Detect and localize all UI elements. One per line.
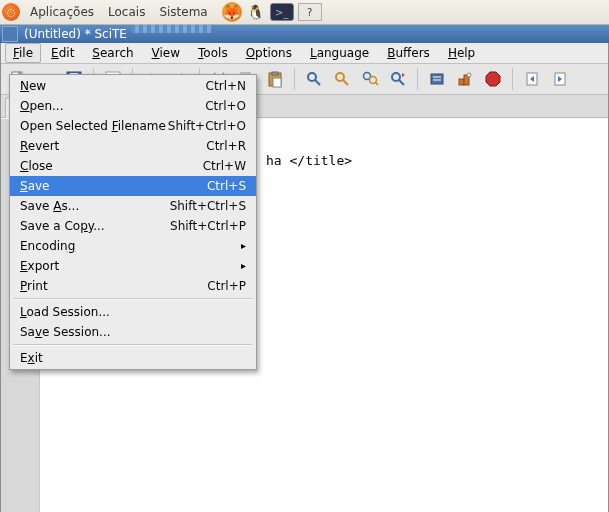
file-menu-save-session[interactable]: Save Session...	[10, 322, 256, 342]
svg-rect-25	[431, 74, 443, 84]
svg-line-24	[399, 80, 404, 85]
menu-help[interactable]: Help	[440, 43, 483, 63]
menu-item-label: New	[20, 78, 46, 94]
code-fragment: ha </title>	[266, 153, 602, 168]
build-button[interactable]	[452, 67, 478, 91]
svg-point-16	[308, 73, 316, 81]
svg-line-22	[375, 82, 378, 85]
file-menu-close[interactable]: CloseCtrl+W	[10, 156, 256, 176]
file-menu-save-as[interactable]: Save As...Shift+Ctrl+S	[10, 196, 256, 216]
toolbar-separator	[512, 68, 513, 90]
menu-tools[interactable]: Tools	[190, 43, 236, 63]
file-menu-load-session[interactable]: Load Session...	[10, 302, 256, 322]
file-menu-encoding[interactable]: Encoding▸	[10, 236, 256, 256]
menu-item-shortcut: Ctrl+N	[206, 78, 246, 94]
menu-item-shortcut: Ctrl+P	[207, 278, 246, 294]
file-menu-new[interactable]: NewCtrl+N	[10, 76, 256, 96]
menu-item-label: Print	[20, 278, 48, 294]
menu-separator	[13, 298, 253, 300]
menu-view[interactable]: View	[144, 43, 188, 63]
menu-item-label: Load Session...	[20, 304, 110, 320]
titlebar-shade	[131, 25, 211, 33]
window-title: (Untitled) * SciTE	[24, 27, 127, 41]
menu-item-shortcut: Shift+Ctrl+S	[170, 198, 246, 214]
svg-point-30	[467, 73, 471, 77]
menu-item-label: Close	[20, 158, 53, 174]
svg-line-17	[315, 80, 320, 85]
menu-item-label: Encoding	[20, 238, 75, 254]
menu-item-label: Save As...	[20, 198, 79, 214]
toolbar-separator	[417, 68, 418, 90]
file-menu-save[interactable]: SaveCtrl+S	[10, 176, 256, 196]
svg-line-19	[343, 80, 348, 85]
file-menu-dropdown[interactable]: NewCtrl+NOpen...Ctrl+OOpen Selected File…	[9, 74, 257, 370]
panel-system[interactable]: Sistema	[155, 5, 211, 19]
file-menu-exit[interactable]: Exit	[10, 348, 256, 368]
pidgin-icon[interactable]: 🐧	[246, 2, 266, 22]
prev-buffer-button[interactable]	[519, 67, 545, 91]
menu-separator	[13, 344, 253, 346]
app-icon	[2, 26, 18, 42]
stop-button[interactable]	[480, 67, 506, 91]
menu-buffers[interactable]: Buffers	[379, 43, 438, 63]
find-button[interactable]	[301, 67, 327, 91]
menu-language[interactable]: Language	[302, 43, 377, 63]
menu-item-label: Open...	[20, 98, 64, 114]
menu-item-shortcut: Ctrl+W	[203, 158, 246, 174]
compile-button[interactable]	[424, 67, 450, 91]
svg-rect-15	[273, 78, 281, 87]
find-in-files-button[interactable]	[357, 67, 383, 91]
terminal-icon[interactable]: >_	[270, 3, 294, 21]
ubuntu-logo-icon[interactable]: ◌	[2, 3, 20, 21]
file-menu-open[interactable]: Open...Ctrl+O	[10, 96, 256, 116]
firefox-icon[interactable]: 🦊	[222, 2, 242, 22]
svg-point-18	[336, 73, 344, 81]
panel-applications[interactable]: Aplicações	[26, 5, 98, 19]
menu-item-label: Open Selected Filename	[20, 118, 166, 134]
menu-options[interactable]: Options	[238, 43, 300, 63]
menu-file[interactable]: File	[5, 43, 41, 63]
menu-item-label: Exit	[20, 350, 43, 366]
menu-item-label: Save Session...	[20, 324, 111, 340]
find-next-button[interactable]	[329, 67, 355, 91]
menu-item-shortcut: Shift+Ctrl+P	[170, 218, 246, 234]
svg-point-23	[392, 73, 400, 81]
file-menu-open-selected-filename[interactable]: Open Selected FilenameShift+Ctrl+O	[10, 116, 256, 136]
paste-button[interactable]	[262, 67, 288, 91]
menu-item-label: Export	[20, 258, 59, 274]
svg-rect-14	[272, 72, 278, 75]
menu-item-label: Save a Copy...	[20, 218, 105, 234]
file-menu-export[interactable]: Export▸	[10, 256, 256, 276]
menu-item-shortcut: Ctrl+S	[207, 178, 246, 194]
menu-item-shortcut: Ctrl+O	[205, 98, 246, 114]
menubar[interactable]: FileEditSearchViewToolsOptionsLanguageBu…	[1, 43, 608, 64]
replace-button[interactable]	[385, 67, 411, 91]
file-menu-revert[interactable]: RevertCtrl+R	[10, 136, 256, 156]
menu-item-label: Save	[20, 178, 49, 194]
menu-item-shortcut: Shift+Ctrl+O	[168, 118, 246, 134]
menu-search[interactable]: Search	[84, 43, 141, 63]
help-icon[interactable]: ?	[298, 3, 322, 21]
file-menu-print[interactable]: PrintCtrl+P	[10, 276, 256, 296]
submenu-arrow-icon: ▸	[241, 258, 246, 274]
toolbar-separator	[294, 68, 295, 90]
menu-item-shortcut: Ctrl+R	[206, 138, 246, 154]
next-buffer-button[interactable]	[547, 67, 573, 91]
window-titlebar[interactable]: (Untitled) * SciTE	[0, 25, 609, 43]
submenu-arrow-icon: ▸	[241, 238, 246, 254]
file-menu-save-a-copy[interactable]: Save a Copy...Shift+Ctrl+P	[10, 216, 256, 236]
svg-rect-28	[459, 79, 464, 85]
menu-edit[interactable]: Edit	[43, 43, 82, 63]
gnome-top-panel: ◌ Aplicações Locais Sistema 🦊 🐧 >_ ?	[0, 0, 609, 25]
svg-marker-31	[486, 72, 500, 86]
menu-item-label: Revert	[20, 138, 59, 154]
panel-places[interactable]: Locais	[104, 5, 149, 19]
